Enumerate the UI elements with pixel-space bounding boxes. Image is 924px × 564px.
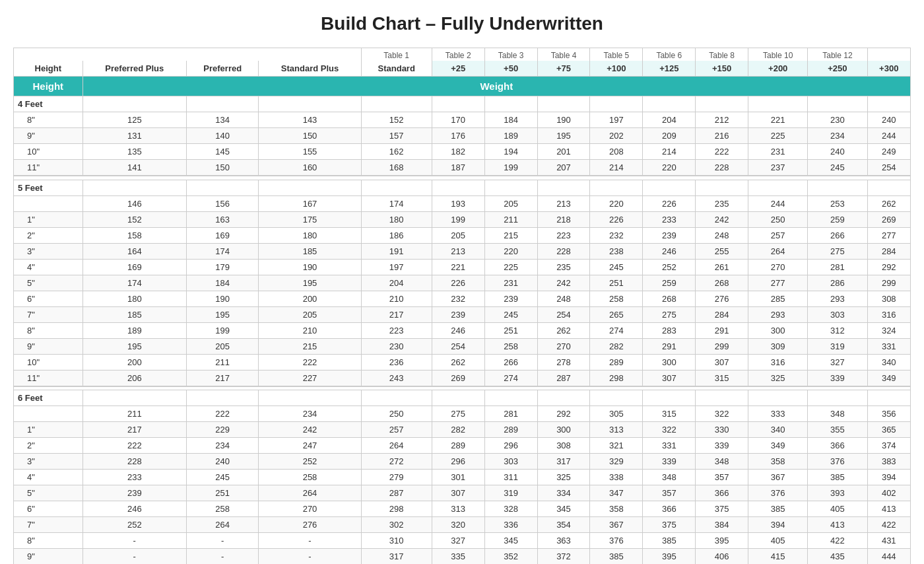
- cell-sp: 210: [259, 322, 361, 338]
- cell-inch: 1": [14, 211, 83, 227]
- cell-t5: 307: [643, 370, 696, 386]
- feet-row-empty: [187, 96, 259, 112]
- table-row: 1"15216317518019921121822623324225025926…: [14, 211, 911, 227]
- feet-row-empty: [537, 96, 590, 112]
- cell-inch: 10": [14, 144, 83, 160]
- build-chart-table: Table 1 Table 2 Table 3 Table 4 Table 5 …: [13, 48, 911, 564]
- cell-pp: 174: [82, 275, 186, 291]
- cell-t6: 406: [696, 549, 748, 565]
- cell-p: 264: [187, 517, 259, 533]
- cell-t10: 385: [808, 470, 867, 485]
- cell-t5: 246: [643, 243, 696, 259]
- cell-s: 174: [361, 195, 432, 211]
- cell-s: 191: [361, 243, 432, 259]
- col-header-t6: +150: [696, 61, 748, 77]
- cell-inch: 2": [14, 227, 83, 243]
- cell-pp: 141: [82, 160, 186, 176]
- feet-row-empty: [808, 96, 867, 112]
- cell-sp: 200: [259, 291, 361, 306]
- cell-t3: 354: [537, 517, 590, 533]
- cell-inch: 5": [14, 275, 83, 291]
- cell-t1: 301: [432, 470, 484, 485]
- cell-t10: 312: [808, 322, 867, 338]
- cell-t12: 402: [867, 485, 910, 501]
- cell-t12: 340: [867, 354, 910, 370]
- cell-t12: 374: [867, 438, 910, 454]
- cell-sp: 227: [259, 370, 361, 386]
- cell-sp: -: [259, 549, 361, 565]
- cell-sp: 252: [259, 454, 361, 470]
- table-row: 5"17418419520422623124225125926827728629…: [14, 275, 911, 291]
- cell-t12: 308: [867, 291, 910, 306]
- cell-t8: 405: [748, 533, 808, 549]
- cell-t2: 205: [484, 195, 537, 211]
- cell-s: 230: [361, 338, 432, 354]
- table-row: 6"18019020021023223924825826827628529330…: [14, 291, 911, 306]
- cell-t6: 307: [696, 354, 748, 370]
- cell-t6: 284: [696, 306, 748, 322]
- cell-t10: 281: [808, 259, 867, 275]
- cell-inch: 8": [14, 112, 83, 128]
- feet-label: 5 Feet: [14, 180, 83, 195]
- cell-t4: 313: [590, 422, 643, 438]
- cell-t8: 221: [748, 112, 808, 128]
- cell-sp: 150: [259, 128, 361, 144]
- col-header-t2: +50: [484, 61, 537, 77]
- cell-t12: 422: [867, 517, 910, 533]
- cell-t5: 275: [643, 306, 696, 322]
- cell-s: 168: [361, 160, 432, 176]
- cell-pp: 135: [82, 144, 186, 160]
- cell-t5: 220: [643, 160, 696, 176]
- cell-t2: 194: [484, 144, 537, 160]
- cell-pp: 206: [82, 370, 186, 386]
- table-row: 4"23324525827930131132533834835736738539…: [14, 470, 911, 485]
- cell-s: 217: [361, 306, 432, 322]
- cell-sp: 160: [259, 160, 361, 176]
- cell-t8: 349: [748, 438, 808, 454]
- cell-t4: 321: [590, 438, 643, 454]
- cell-s: 257: [361, 422, 432, 438]
- cell-t8: 394: [748, 517, 808, 533]
- cell-t3: 345: [537, 501, 590, 517]
- cell-t10: 405: [808, 501, 867, 517]
- cell-t3: 334: [537, 485, 590, 501]
- feet-row: 5 Feet: [14, 180, 911, 195]
- cell-t4: 385: [590, 549, 643, 565]
- cell-t3: 308: [537, 438, 590, 454]
- cell-t12: 383: [867, 454, 910, 470]
- cell-t4: 245: [590, 259, 643, 275]
- cell-sp: 180: [259, 227, 361, 243]
- header-top-table1: Table 1: [361, 48, 432, 61]
- cell-t2: 220: [484, 243, 537, 259]
- cell-t3: 278: [537, 354, 590, 370]
- cell-s: 298: [361, 501, 432, 517]
- cell-t8: 231: [748, 144, 808, 160]
- cell-t1: 176: [432, 128, 484, 144]
- cell-t12: 356: [867, 406, 910, 422]
- cell-t8: 367: [748, 470, 808, 485]
- cell-s: 287: [361, 485, 432, 501]
- cell-p: 217: [187, 370, 259, 386]
- section-header-row: HeightWeight: [14, 77, 911, 96]
- feet-row: 4 Feet: [14, 96, 911, 112]
- cell-sp: 143: [259, 112, 361, 128]
- cell-s: 272: [361, 454, 432, 470]
- cell-t3: 213: [537, 195, 590, 211]
- cell-t10: 355: [808, 422, 867, 438]
- cell-t6: 216: [696, 128, 748, 144]
- cell-t2: 225: [484, 259, 537, 275]
- cell-sp: 264: [259, 485, 361, 501]
- cell-t10: 230: [808, 112, 867, 128]
- cell-t10: 275: [808, 243, 867, 259]
- header-top-table12: Table 12: [808, 48, 867, 61]
- cell-t4: 274: [590, 322, 643, 338]
- cell-t4: 376: [590, 533, 643, 549]
- cell-t12: 284: [867, 243, 910, 259]
- table-row: 146156167174193205213220226235244253262: [14, 195, 911, 211]
- cell-p: 205: [187, 338, 259, 354]
- cell-pp: 131: [82, 128, 186, 144]
- cell-p: 184: [187, 275, 259, 291]
- cell-t12: 349: [867, 370, 910, 386]
- cell-inch: 9": [14, 338, 83, 354]
- feet-row-empty: [696, 180, 748, 195]
